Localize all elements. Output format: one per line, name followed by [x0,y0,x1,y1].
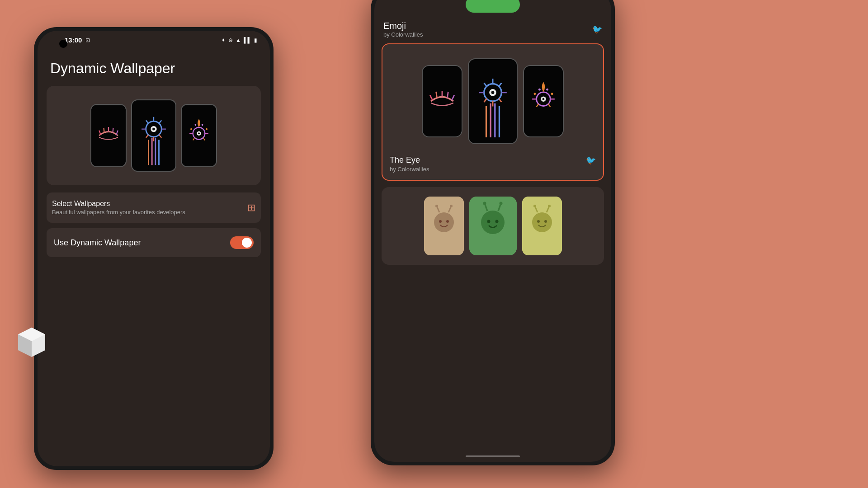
mascot-preview-3 [522,197,562,255]
eye-twitter-icon[interactable]: 🐦 [586,155,596,165]
home-indicator [466,455,520,457]
status-bar-left: 13:00 ⊡ [50,36,90,44]
mascot-card[interactable] [382,187,604,265]
cube-icon [14,325,50,361]
battery-icon: ▮ [254,37,257,43]
svg-point-62 [542,98,545,100]
eye-preview-2 [468,58,518,144]
right-content: Emoji by Colorwallies 🐦 [374,0,611,462]
preview-phone-2[interactable] [131,99,176,172]
android-tan [424,197,464,255]
dnd-icon: ⊖ [228,37,233,43]
status-bar: 13:00 ⊡ ✦ ⊖ ▲ ▌▌ ▮ [38,31,270,47]
svg-point-70 [551,93,553,95]
android-green [469,197,517,255]
svg-point-25 [198,132,200,134]
svg-point-81 [487,220,490,223]
signal-icon: ▌▌ [244,37,251,43]
svg-point-68 [546,89,548,91]
svg-point-9 [152,128,155,131]
eye-preview-3 [523,65,564,137]
svg-rect-37 [423,67,462,136]
eye-card-footer: The Eye by Colorwallies 🐦 [390,155,596,173]
mascot-preview-2 [469,197,517,255]
svg-point-67 [538,89,541,91]
green-action-button[interactable] [466,0,520,13]
left-phone-inner: 13:00 ⊡ ✦ ⊖ ▲ ▌▌ ▮ Dynamic Wallpaper [38,31,270,466]
svg-point-80 [481,211,505,234]
status-icons: ✦ ⊖ ▲ ▌▌ ▮ [221,37,257,43]
mascot-preview-1 [424,197,464,255]
wallpaper-preview-card [47,86,261,185]
emoji-author: by Colorwallies [383,31,423,38]
dynamic-wallpaper-toggle[interactable] [230,236,254,249]
screen-record-icon: ⊡ [85,37,90,43]
svg-point-33 [206,128,208,130]
svg-line-39 [436,92,437,98]
right-phone: Emoji by Colorwallies 🐦 [371,0,615,465]
right-phone-inner: Emoji by Colorwallies 🐦 [374,0,611,462]
eye-open-art [132,99,175,172]
wallpaper-previews [56,95,252,176]
svg-point-73 [439,220,442,223]
svg-point-72 [434,212,454,232]
svg-point-78 [450,205,453,207]
toggle-row: Use Dynamic Wallpaper [47,228,261,257]
preview-phone-1[interactable] [90,104,127,167]
eye-closed-lg [423,65,462,137]
svg-line-2 [104,128,104,132]
eye-flame-art [182,104,216,167]
svg-point-93 [533,205,536,207]
emoji-twitter-icon[interactable]: 🐦 [592,24,602,34]
eye-open-lg [469,58,517,144]
svg-rect-6 [132,101,175,170]
select-wallpapers-subtitle: Beautiful wallpapers from your favorites… [52,209,185,216]
svg-line-4 [113,128,113,132]
bluetooth-icon: ✦ [221,37,226,43]
select-wallpapers-text: Select Wallpapers Beautiful wallpapers f… [52,200,185,216]
wifi-icon: ▲ [236,37,241,43]
phone-content: Dynamic Wallpaper [38,47,270,262]
emoji-title: Emoji [383,21,423,31]
preview-phone-3[interactable] [181,104,217,167]
svg-point-85 [483,202,486,205]
svg-point-69 [534,93,536,95]
select-wallpapers-row[interactable]: Select Wallpapers Beautiful wallpapers f… [47,192,261,223]
svg-line-41 [447,92,448,98]
svg-point-77 [435,205,438,207]
cube-decoration [14,325,50,361]
svg-point-31 [202,124,203,126]
select-wallpapers-title: Select Wallpapers [52,200,185,208]
eye-grid-previews [390,52,596,151]
svg-point-30 [195,124,197,126]
svg-point-86 [499,202,502,205]
eye-wallpaper-card[interactable]: The Eye by Colorwallies 🐦 [382,43,604,181]
eye-card-name: The Eye [390,155,429,165]
page-title: Dynamic Wallpaper [50,60,261,77]
select-wallpapers-icon: ⊞ [247,202,255,214]
svg-point-94 [548,205,551,207]
eye-flame-lg [524,65,563,137]
android-yellow [522,197,562,255]
eye-card-info: The Eye by Colorwallies [390,155,429,173]
svg-point-88 [532,212,552,232]
svg-point-46 [491,91,495,94]
eye-card-author: by Colorwallies [390,166,429,173]
svg-point-90 [544,220,547,223]
toggle-label: Use Dynamic Wallpaper [54,238,141,248]
svg-point-32 [190,128,192,130]
mascot-previews [389,194,597,258]
eye-preview-1 [422,65,462,137]
left-phone: 13:00 ⊡ ✦ ⊖ ▲ ▌▌ ▮ Dynamic Wallpaper [34,27,274,470]
camera-hole [59,40,67,48]
svg-point-82 [495,220,498,223]
eye-closed-art [91,104,126,167]
svg-point-89 [537,220,540,223]
svg-point-74 [446,220,449,223]
emoji-section-info: Emoji by Colorwallies [383,21,423,38]
svg-rect-0 [91,106,126,166]
emoji-section-header: Emoji by Colorwallies 🐦 [382,17,604,43]
green-button-area [382,0,604,17]
